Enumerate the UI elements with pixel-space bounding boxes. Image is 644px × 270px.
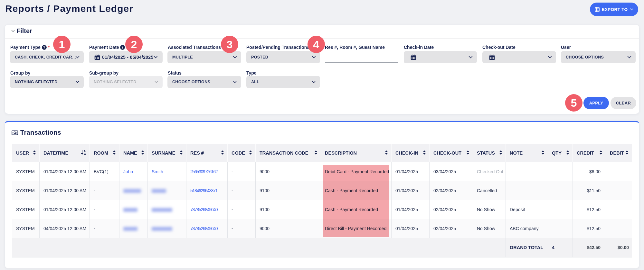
svg-text:?: ?: [122, 45, 124, 49]
svg-text:?: ?: [43, 45, 45, 49]
